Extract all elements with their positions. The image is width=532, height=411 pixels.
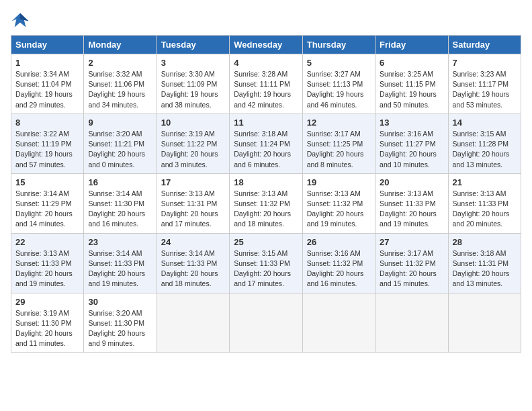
calendar-cell: 9Sunrise: 3:20 AM Sunset: 11:21 PM Dayli…	[84, 113, 157, 173]
calendar-cell: 12Sunrise: 3:17 AM Sunset: 11:25 PM Dayl…	[302, 113, 375, 173]
day-number: 12	[307, 118, 371, 128]
day-info: Sunrise: 3:15 AM Sunset: 11:33 PM Daylig…	[234, 248, 298, 289]
logo	[11, 11, 32, 30]
day-number: 28	[453, 237, 517, 247]
calendar-cell: 23Sunrise: 3:14 AM Sunset: 11:33 PM Dayl…	[84, 233, 157, 293]
calendar-cell	[157, 293, 229, 353]
calendar-cell: 15Sunrise: 3:14 AM Sunset: 11:29 PM Dayl…	[11, 173, 84, 233]
calendar-cell: 21Sunrise: 3:13 AM Sunset: 11:33 PM Dayl…	[448, 173, 521, 233]
day-info: Sunrise: 3:18 AM Sunset: 11:24 PM Daylig…	[234, 129, 298, 170]
day-number: 19	[307, 177, 371, 187]
day-info: Sunrise: 3:30 AM Sunset: 11:09 PM Daylig…	[161, 69, 225, 110]
day-number: 20	[380, 177, 443, 187]
calendar-cell: 2Sunrise: 3:32 AM Sunset: 11:06 PM Dayli…	[84, 54, 157, 114]
day-info: Sunrise: 3:17 AM Sunset: 11:32 PM Daylig…	[380, 248, 443, 289]
day-info: Sunrise: 3:27 AM Sunset: 11:13 PM Daylig…	[307, 69, 371, 110]
day-number: 4	[234, 58, 298, 68]
day-info: Sunrise: 3:34 AM Sunset: 11:04 PM Daylig…	[15, 69, 79, 110]
day-info: Sunrise: 3:17 AM Sunset: 11:25 PM Daylig…	[307, 129, 371, 170]
header	[11, 11, 521, 30]
day-number: 22	[15, 237, 79, 247]
day-number: 16	[88, 177, 152, 187]
calendar-cell: 28Sunrise: 3:18 AM Sunset: 11:31 PM Dayl…	[448, 233, 521, 293]
header-tuesday: Tuesday	[157, 36, 229, 54]
day-number: 24	[161, 237, 225, 247]
header-friday: Friday	[375, 36, 448, 54]
header-thursday: Thursday	[302, 36, 375, 54]
day-info: Sunrise: 3:19 AM Sunset: 11:22 PM Daylig…	[161, 129, 225, 170]
week-row-4: 22Sunrise: 3:13 AM Sunset: 11:33 PM Dayl…	[11, 233, 521, 293]
day-number: 2	[88, 58, 152, 68]
week-row-2: 8Sunrise: 3:22 AM Sunset: 11:19 PM Dayli…	[11, 113, 521, 173]
calendar-cell: 4Sunrise: 3:28 AM Sunset: 11:11 PM Dayli…	[230, 54, 302, 114]
calendar-cell: 14Sunrise: 3:15 AM Sunset: 11:28 PM Dayl…	[448, 113, 521, 173]
calendar-cell: 20Sunrise: 3:13 AM Sunset: 11:33 PM Dayl…	[375, 173, 448, 233]
calendar-table: SundayMondayTuesdayWednesdayThursdayFrid…	[11, 35, 521, 353]
day-info: Sunrise: 3:16 AM Sunset: 11:32 PM Daylig…	[307, 248, 371, 289]
calendar-cell: 18Sunrise: 3:13 AM Sunset: 11:32 PM Dayl…	[230, 173, 302, 233]
day-number: 10	[161, 118, 225, 128]
calendar-cell: 29Sunrise: 3:19 AM Sunset: 11:30 PM Dayl…	[11, 293, 84, 353]
calendar-cell	[448, 293, 521, 353]
calendar-cell: 26Sunrise: 3:16 AM Sunset: 11:32 PM Dayl…	[302, 233, 375, 293]
calendar-cell	[375, 293, 448, 353]
calendar-cell	[302, 293, 375, 353]
day-info: Sunrise: 3:14 AM Sunset: 11:29 PM Daylig…	[15, 189, 79, 230]
day-info: Sunrise: 3:19 AM Sunset: 11:30 PM Daylig…	[15, 308, 79, 349]
day-number: 26	[307, 237, 371, 247]
day-number: 15	[15, 177, 79, 187]
day-info: Sunrise: 3:14 AM Sunset: 11:33 PM Daylig…	[88, 248, 152, 289]
day-number: 5	[307, 58, 371, 68]
day-number: 30	[88, 297, 152, 307]
day-number: 8	[15, 118, 79, 128]
day-number: 18	[234, 177, 298, 187]
day-info: Sunrise: 3:28 AM Sunset: 11:11 PM Daylig…	[234, 69, 298, 110]
day-info: Sunrise: 3:13 AM Sunset: 11:32 PM Daylig…	[234, 189, 298, 230]
day-info: Sunrise: 3:18 AM Sunset: 11:31 PM Daylig…	[453, 248, 517, 289]
calendar-cell: 27Sunrise: 3:17 AM Sunset: 11:32 PM Dayl…	[375, 233, 448, 293]
day-number: 21	[453, 177, 517, 187]
header-row: SundayMondayTuesdayWednesdayThursdayFrid…	[11, 36, 521, 54]
calendar-cell: 25Sunrise: 3:15 AM Sunset: 11:33 PM Dayl…	[230, 233, 302, 293]
day-info: Sunrise: 3:20 AM Sunset: 11:30 PM Daylig…	[88, 308, 152, 349]
calendar-cell: 22Sunrise: 3:13 AM Sunset: 11:33 PM Dayl…	[11, 233, 84, 293]
calendar-cell: 6Sunrise: 3:25 AM Sunset: 11:15 PM Dayli…	[375, 54, 448, 114]
day-info: Sunrise: 3:20 AM Sunset: 11:21 PM Daylig…	[88, 129, 152, 170]
header-saturday: Saturday	[448, 36, 521, 54]
day-info: Sunrise: 3:13 AM Sunset: 11:32 PM Daylig…	[307, 189, 371, 230]
day-number: 25	[234, 237, 298, 247]
calendar-cell: 19Sunrise: 3:13 AM Sunset: 11:32 PM Dayl…	[302, 173, 375, 233]
day-info: Sunrise: 3:25 AM Sunset: 11:15 PM Daylig…	[380, 69, 443, 110]
calendar-cell: 17Sunrise: 3:13 AM Sunset: 11:31 PM Dayl…	[157, 173, 229, 233]
day-info: Sunrise: 3:13 AM Sunset: 11:33 PM Daylig…	[15, 248, 79, 289]
calendar-body: 1Sunrise: 3:34 AM Sunset: 11:04 PM Dayli…	[11, 54, 521, 353]
day-number: 27	[380, 237, 443, 247]
calendar-cell: 16Sunrise: 3:14 AM Sunset: 11:30 PM Dayl…	[84, 173, 157, 233]
day-number: 6	[380, 58, 443, 68]
day-info: Sunrise: 3:32 AM Sunset: 11:06 PM Daylig…	[88, 69, 152, 110]
calendar-cell: 7Sunrise: 3:23 AM Sunset: 11:17 PM Dayli…	[448, 54, 521, 114]
day-info: Sunrise: 3:16 AM Sunset: 11:27 PM Daylig…	[380, 129, 443, 170]
day-info: Sunrise: 3:15 AM Sunset: 11:28 PM Daylig…	[453, 129, 517, 170]
calendar-cell	[230, 293, 302, 353]
day-number: 11	[234, 118, 298, 128]
day-info: Sunrise: 3:22 AM Sunset: 11:19 PM Daylig…	[15, 129, 79, 170]
calendar-cell: 1Sunrise: 3:34 AM Sunset: 11:04 PM Dayli…	[11, 54, 84, 114]
day-info: Sunrise: 3:23 AM Sunset: 11:17 PM Daylig…	[453, 69, 517, 110]
day-number: 23	[88, 237, 152, 247]
header-monday: Monday	[84, 36, 157, 54]
day-number: 1	[15, 58, 79, 68]
calendar-cell: 8Sunrise: 3:22 AM Sunset: 11:19 PM Dayli…	[11, 113, 84, 173]
day-number: 17	[161, 177, 225, 187]
day-number: 7	[453, 58, 517, 68]
week-row-5: 29Sunrise: 3:19 AM Sunset: 11:30 PM Dayl…	[11, 293, 521, 353]
day-info: Sunrise: 3:13 AM Sunset: 11:33 PM Daylig…	[453, 189, 517, 230]
calendar-header: SundayMondayTuesdayWednesdayThursdayFrid…	[11, 36, 521, 54]
week-row-1: 1Sunrise: 3:34 AM Sunset: 11:04 PM Dayli…	[11, 54, 521, 114]
day-number: 14	[453, 118, 517, 128]
calendar-cell: 11Sunrise: 3:18 AM Sunset: 11:24 PM Dayl…	[230, 113, 302, 173]
day-number: 9	[88, 118, 152, 128]
week-row-3: 15Sunrise: 3:14 AM Sunset: 11:29 PM Dayl…	[11, 173, 521, 233]
calendar-cell: 3Sunrise: 3:30 AM Sunset: 11:09 PM Dayli…	[157, 54, 229, 114]
calendar-cell: 24Sunrise: 3:14 AM Sunset: 11:33 PM Dayl…	[157, 233, 229, 293]
